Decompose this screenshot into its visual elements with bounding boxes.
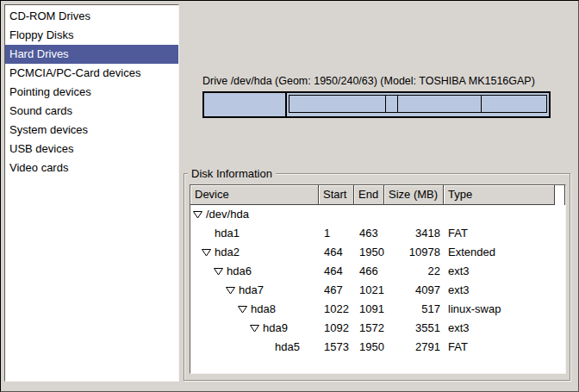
expander-icon[interactable]: [214, 268, 223, 276]
end-value: 1572: [354, 319, 384, 338]
type-value: FAT: [444, 224, 555, 243]
end-value: 1950: [354, 243, 384, 262]
type-value: FAT: [444, 338, 555, 357]
table-row[interactable]: hda8 1022 1091 517 linux-swap: [190, 300, 565, 319]
type-value: ext3: [444, 262, 555, 281]
sidebar-item-usb-devices[interactable]: USB devices: [5, 140, 178, 159]
start-value: [319, 205, 354, 224]
partition-segment-hda5: [482, 96, 546, 112]
device-name: hda9: [263, 319, 288, 338]
end-value: 1091: [354, 300, 384, 319]
end-value: 1950: [354, 338, 384, 357]
sidebar-item-hard-drives[interactable]: Hard Drives: [5, 45, 178, 64]
sidebar-item-system-devices[interactable]: System devices: [5, 121, 178, 140]
column-header-device[interactable]: Device: [190, 185, 319, 205]
size-value: 2791: [384, 338, 444, 357]
column-header-size[interactable]: Size (MB): [384, 185, 444, 205]
disk-information-frame-label: Disk Information: [188, 167, 276, 180]
device-name: hda5: [275, 338, 300, 357]
type-value: ext3: [444, 281, 555, 300]
partition-segment-hda7: [290, 96, 386, 112]
column-header-filler: [555, 185, 565, 205]
size-value: 10978: [384, 243, 444, 262]
size-value: 3418: [384, 224, 444, 243]
start-value: 1022: [319, 300, 354, 319]
end-value: 463: [354, 224, 384, 243]
start-value: 1: [319, 224, 354, 243]
table-row[interactable]: hda1 1 463 3418 FAT: [190, 224, 565, 243]
table-row[interactable]: hda7 467 1021 4097 ext3: [190, 281, 565, 300]
start-value: 1573: [319, 338, 354, 357]
size-value: 4097: [384, 281, 444, 300]
sidebar-item-pointing-devices[interactable]: Pointing devices: [5, 83, 178, 102]
start-value: 464: [319, 243, 354, 262]
device-name: hda1: [215, 224, 240, 243]
type-value: [444, 205, 555, 224]
size-value: 517: [384, 300, 444, 319]
column-header-type[interactable]: Type: [444, 185, 555, 205]
column-header-end[interactable]: End: [354, 185, 384, 205]
device-name: hda7: [239, 281, 264, 300]
expander-icon[interactable]: [250, 325, 259, 333]
partition-bar: [202, 91, 551, 118]
table-row[interactable]: hda2 464 1950 10978 Extended: [190, 243, 565, 262]
expander-icon[interactable]: [226, 287, 235, 295]
partition-logical-strip: [289, 95, 547, 113]
sidebar-item-cdrom-drives[interactable]: CD-ROM Drives: [5, 7, 178, 26]
column-header-start[interactable]: Start: [319, 185, 354, 205]
sidebar-item-floppy-disks[interactable]: Floppy Disks: [5, 26, 178, 45]
end-value: 466: [354, 262, 384, 281]
start-value: 467: [319, 281, 354, 300]
start-value: 464: [319, 262, 354, 281]
partition-segment-hda8: [386, 96, 398, 112]
table-row[interactable]: hda5 1573 1950 2791 FAT: [190, 338, 565, 357]
device-name: hda8: [251, 300, 276, 319]
table-row[interactable]: hda6 464 466 22 ext3: [190, 262, 565, 281]
size-value: 22: [384, 262, 444, 281]
size-value: 3551: [384, 319, 444, 338]
start-value: 1092: [319, 319, 354, 338]
device-name: hda2: [215, 243, 240, 262]
end-value: [354, 205, 384, 224]
end-value: 1021: [354, 281, 384, 300]
type-value: linux-swap: [444, 300, 555, 319]
hardware-browser-window: CD-ROM Drives Floppy Disks Hard Drives P…: [0, 0, 579, 392]
table-row[interactable]: hda9 1092 1572 3551 ext3: [190, 319, 565, 338]
partition-extended-region: [287, 93, 549, 116]
drive-title: Drive /dev/hda (Geom: 1950/240/63) (Mode…: [202, 75, 556, 87]
sidebar-item-pcmcia-devices[interactable]: PCMCIA/PC-Card devices: [5, 64, 178, 83]
sidebar-item-sound-cards[interactable]: Sound cards: [5, 102, 178, 121]
device-name: hda6: [227, 262, 252, 281]
type-value: ext3: [444, 319, 555, 338]
sidebar-item-video-cards[interactable]: Video cards: [5, 159, 178, 177]
table-row[interactable]: /dev/hda: [190, 205, 565, 224]
expander-icon[interactable]: [193, 211, 202, 219]
partition-segment-hda9: [398, 96, 482, 112]
device-name: /dev/hda: [206, 205, 249, 224]
table-header-row: Device Start End Size (MB) Type: [190, 185, 565, 205]
size-value: [384, 205, 444, 224]
expander-icon[interactable]: [202, 249, 211, 257]
device-category-list: CD-ROM Drives Floppy Disks Hard Drives P…: [4, 4, 179, 382]
partition-segment-hda1: [204, 93, 287, 116]
disk-information-table: Device Start End Size (MB) Type /dev/hda…: [190, 184, 566, 374]
type-value: Extended: [444, 243, 555, 262]
expander-icon[interactable]: [238, 306, 247, 314]
